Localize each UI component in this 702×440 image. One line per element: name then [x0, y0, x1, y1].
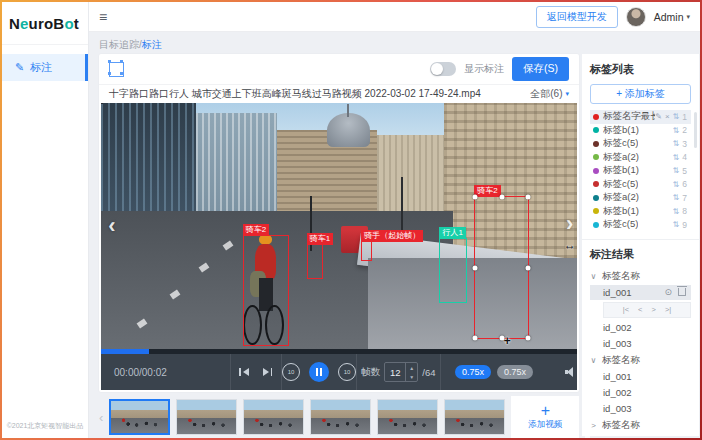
sort-tag-icon[interactable]: ⇅: [673, 220, 680, 229]
video-filter-dropdown[interactable]: 全部(6) ▾: [530, 87, 569, 101]
result-group-header[interactable]: ∨标签名称: [590, 353, 691, 368]
video-progress-bar[interactable]: [101, 349, 577, 354]
resize-handle[interactable]: [526, 336, 531, 341]
video-canvas[interactable]: ‹ › ↔ + 骑车2骑车1骑手（起始帧）行人1骑车2: [101, 103, 577, 349]
copyright-text: ©2021北京矩视智能出品: [2, 421, 88, 431]
tag-color-dot: [593, 222, 599, 228]
frame-number-value[interactable]: 12: [385, 363, 405, 381]
pager-first-icon[interactable]: |<: [623, 305, 629, 314]
rect-select-tool-icon[interactable]: [109, 62, 124, 77]
pager-last-icon[interactable]: >|: [665, 305, 671, 314]
user-menu[interactable]: Admin ▾: [654, 11, 690, 23]
user-avatar[interactable]: [626, 7, 646, 27]
delete-tag-icon[interactable]: ×: [665, 112, 670, 121]
video-thumbnail[interactable]: [176, 399, 237, 435]
sidebar-item-annotate[interactable]: ✎ 标注: [2, 54, 88, 81]
volume-icon[interactable]: [565, 367, 577, 377]
sort-tag-icon[interactable]: ⇅: [673, 153, 680, 162]
tag-order-number: 9: [682, 220, 687, 230]
tag-list-item[interactable]: 标签a(2)⇅4: [590, 151, 691, 165]
annotation-bbox[interactable]: 骑车2: [474, 196, 529, 339]
annotation-bbox[interactable]: 骑手（起始帧）: [361, 241, 372, 261]
annotation-bbox[interactable]: 行人1: [439, 238, 467, 303]
frame-number-input[interactable]: 12 ▲▼: [384, 362, 418, 382]
result-item[interactable]: id_001: [590, 369, 691, 384]
pause-button[interactable]: [309, 362, 329, 382]
resize-handle[interactable]: [473, 195, 478, 200]
result-group-header[interactable]: >标签名称: [590, 418, 691, 433]
rewind-10-icon[interactable]: 10: [282, 363, 300, 381]
speed-pill-secondary[interactable]: 0.75x: [497, 365, 533, 379]
save-button[interactable]: 保存(S): [512, 57, 569, 81]
annotation-label: 骑车2: [474, 185, 500, 197]
tag-list-item[interactable]: 标签a(2)⇅7: [590, 191, 691, 205]
result-item[interactable]: id_002: [590, 385, 691, 400]
annotation-bbox[interactable]: 骑车1: [307, 244, 323, 278]
show-annotation-toggle[interactable]: [430, 62, 456, 76]
resize-handle[interactable]: [473, 265, 478, 270]
sort-tag-icon[interactable]: ⇅: [673, 126, 680, 135]
track-icon[interactable]: ⊙: [664, 287, 672, 297]
speed-pill-active[interactable]: 0.75x: [455, 365, 491, 379]
sort-tag-icon[interactable]: ⇅: [673, 180, 680, 189]
sort-tag-icon[interactable]: ⇅: [673, 166, 680, 175]
result-item[interactable]: id_003: [590, 401, 691, 416]
tag-name: 标签a(2): [603, 191, 639, 204]
step-up-icon[interactable]: ▲: [406, 363, 417, 372]
collapse-menu-icon[interactable]: ≡: [99, 9, 107, 25]
next-frame-button[interactable]: [263, 368, 273, 376]
tag-list-item[interactable]: 标签b(1)⇅5: [590, 164, 691, 178]
video-controls: 00:00/00:02 10 10 帧数 12 ▲▼: [101, 354, 577, 390]
back-to-model-dev-button[interactable]: 返回模型开发: [536, 6, 618, 28]
resize-handle[interactable]: [473, 336, 478, 341]
add-tag-button[interactable]: + 添加标签: [590, 84, 691, 104]
sort-tag-icon[interactable]: ⇅: [673, 207, 680, 216]
tag-list-item[interactable]: 标签c(5)⇅3: [590, 137, 691, 151]
tag-list-item[interactable]: 标签名字最长数...✎×⇅1: [590, 110, 691, 124]
frame-skip-group: [230, 354, 281, 390]
resize-handle[interactable]: [499, 195, 504, 200]
annotation-toolbar: 显示标注 保存(S): [99, 54, 579, 85]
pager-prev-icon[interactable]: <: [638, 305, 642, 314]
step-down-icon[interactable]: ▼: [406, 372, 417, 381]
sort-tag-icon[interactable]: ⇅: [673, 193, 680, 202]
forward-10-icon[interactable]: 10: [338, 363, 356, 381]
result-item[interactable]: id_002: [590, 320, 691, 335]
resize-handle[interactable]: [526, 265, 531, 270]
filmstrip-prev-chevron[interactable]: ‹: [99, 410, 103, 425]
tag-list-item[interactable]: 标签b(1)⇅8: [590, 205, 691, 219]
breadcrumb-parent[interactable]: 目标追踪: [99, 39, 139, 50]
video-thumbnail[interactable]: [109, 399, 170, 435]
result-group-header[interactable]: ∨标签名称: [590, 269, 691, 284]
frame-stepper[interactable]: ▲▼: [405, 363, 417, 381]
prev-frame-button[interactable]: [239, 368, 249, 376]
result-item[interactable]: id_003: [590, 336, 691, 351]
tag-list-item[interactable]: 标签b(1)⇅2: [590, 124, 691, 138]
chevron-collapsed-icon[interactable]: >: [590, 421, 597, 430]
video-thumbnail[interactable]: [444, 399, 505, 435]
sort-tag-icon[interactable]: ⇅: [673, 139, 680, 148]
edit-tag-icon[interactable]: ✎: [655, 112, 662, 121]
result-item[interactable]: id_001⊙: [590, 285, 691, 300]
video-thumbnail[interactable]: [310, 399, 371, 435]
chevron-expanded-icon[interactable]: ∨: [590, 272, 597, 281]
delete-result-icon[interactable]: [678, 288, 686, 296]
logo-text: N: [9, 15, 20, 32]
resize-handle[interactable]: [526, 195, 531, 200]
video-filter-label: 全部(6): [530, 87, 562, 101]
annotation-bbox[interactable]: 骑车2: [243, 235, 289, 346]
chevron-expanded-icon[interactable]: ∨: [590, 356, 597, 365]
pager-next-icon[interactable]: >: [652, 305, 656, 314]
tag-order-number: 7: [682, 193, 687, 203]
prev-video-chevron[interactable]: ‹: [108, 216, 115, 236]
add-video-button[interactable]: + 添加视频: [511, 396, 579, 438]
video-thumbnail[interactable]: [243, 399, 304, 435]
right-panel: 标签列表 + 添加标签 标签名字最长数...✎×⇅1标签b(1)⇅2标签c(5)…: [582, 54, 699, 436]
tag-list-item[interactable]: 标签c(5)⇅6: [590, 178, 691, 192]
tag-icons: ⇅6: [673, 179, 687, 189]
tag-list-item[interactable]: 标签c(5)⇅9: [590, 218, 691, 232]
scrollbar-thumb[interactable]: [694, 112, 697, 148]
video-thumbnail[interactable]: [377, 399, 438, 435]
next-video-chevron[interactable]: ›: [566, 214, 573, 234]
sort-tag-icon[interactable]: ⇅: [673, 112, 680, 121]
